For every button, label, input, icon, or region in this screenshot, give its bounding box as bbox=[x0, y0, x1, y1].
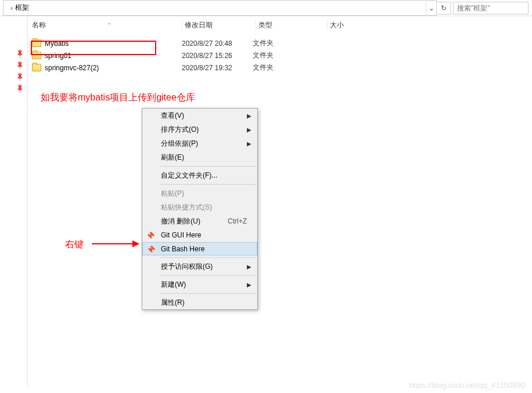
menu-paste: 粘贴(P) bbox=[142, 186, 257, 200]
chevron-right-icon: ▶ bbox=[247, 113, 251, 119]
menu-git-gui[interactable]: Git GUI Here bbox=[142, 228, 257, 242]
file-name: Mybatis bbox=[45, 39, 182, 48]
chevron-down-icon[interactable]: ⌄ bbox=[426, 2, 436, 15]
file-row[interactable]: Mybatis 2020/8/27 20:48 文件夹 bbox=[32, 37, 532, 49]
menu-properties[interactable]: 属性(R) bbox=[142, 295, 257, 309]
folder-icon bbox=[32, 52, 41, 59]
svg-point-2 bbox=[152, 236, 153, 237]
svg-point-4 bbox=[150, 247, 152, 248]
columns-header: 名称⌃ 修改日期 类型 大小 bbox=[0, 16, 532, 34]
menu-separator bbox=[160, 166, 257, 167]
menu-custom-folder[interactable]: 自定义文件夹(F)... bbox=[142, 168, 257, 182]
menu-refresh[interactable]: 刷新(E) bbox=[142, 150, 257, 164]
menu-undo[interactable]: 撤消 删除(U) Ctrl+Z bbox=[142, 214, 257, 228]
breadcrumb-folder[interactable]: 框架 bbox=[15, 3, 29, 13]
menu-paste-shortcut: 粘贴快捷方式(S) bbox=[142, 200, 257, 214]
shortcut-label: Ctrl+Z bbox=[228, 217, 247, 225]
pin-icon[interactable]: 📌 bbox=[15, 71, 26, 83]
file-list: Mybatis 2020/8/27 20:48 文件夹 spring01 202… bbox=[0, 34, 532, 74]
sort-icon: ⌃ bbox=[107, 22, 112, 28]
arrow-icon bbox=[92, 243, 138, 244]
annotation-text: 如我要将mybatis项目上传到gitee仓库 bbox=[41, 92, 195, 104]
watermark: https://blog.csdn.net/qq_41150890 bbox=[409, 381, 526, 390]
svg-point-5 bbox=[152, 249, 154, 251]
chevron-right-icon: ▶ bbox=[247, 140, 251, 147]
file-date: 2020/8/27 19:32 bbox=[182, 64, 253, 72]
file-type: 文件夹 bbox=[253, 38, 321, 48]
refresh-button[interactable]: ↻ bbox=[437, 2, 451, 15]
menu-group[interactable]: 分组依据(P) ▶ bbox=[142, 136, 257, 150]
menu-separator bbox=[160, 275, 257, 276]
column-date[interactable]: 修改日期 bbox=[185, 20, 256, 30]
column-type[interactable]: 类型 bbox=[258, 20, 327, 30]
menu-git-bash[interactable]: Git Bash Here bbox=[142, 242, 257, 255]
menu-sort[interactable]: 排序方式(O) ▶ bbox=[142, 122, 257, 136]
file-date: 2020/8/27 20:48 bbox=[182, 39, 253, 48]
file-name: spring01 bbox=[45, 52, 182, 60]
quick-access-panel: 📌 📌 📌 📌 bbox=[0, 16, 28, 388]
git-icon bbox=[148, 245, 156, 253]
annotation-text: 右键 bbox=[65, 239, 84, 251]
file-type: 文件夹 bbox=[253, 63, 321, 73]
context-menu: 查看(V) ▶ 排序方式(O) ▶ 分组依据(P) ▶ 刷新(E) 自定义文件夹… bbox=[142, 108, 258, 310]
pin-icon[interactable]: 📌 bbox=[15, 60, 26, 71]
chevron-right-icon: ▶ bbox=[247, 127, 251, 133]
file-row[interactable]: spring01 2020/8/27 15:26 文件夹 bbox=[32, 49, 532, 62]
folder-icon bbox=[32, 64, 41, 71]
svg-point-1 bbox=[149, 233, 151, 235]
svg-marker-3 bbox=[148, 246, 155, 253]
file-name: springmvc-827(2) bbox=[45, 64, 182, 72]
breadcrumb-separator: › bbox=[10, 4, 13, 12]
file-row[interactable]: springmvc-827(2) 2020/8/27 19:32 文件夹 bbox=[32, 62, 532, 74]
chevron-right-icon: ▶ bbox=[247, 264, 251, 270]
pin-icon[interactable]: 📌 bbox=[15, 48, 26, 60]
address-bar: › 框架 ⌄ ↻ bbox=[0, 0, 532, 16]
menu-separator bbox=[160, 257, 257, 258]
refresh-icon: ↻ bbox=[441, 4, 447, 12]
chevron-right-icon: ▶ bbox=[247, 282, 251, 288]
menu-new[interactable]: 新建(W) ▶ bbox=[142, 277, 257, 291]
search-input[interactable] bbox=[457, 4, 528, 12]
breadcrumb[interactable]: › 框架 ⌄ bbox=[3, 0, 437, 16]
file-date: 2020/8/27 15:26 bbox=[182, 52, 253, 60]
column-size[interactable]: 大小 bbox=[330, 20, 376, 30]
column-name[interactable]: 名称⌃ bbox=[32, 20, 182, 30]
menu-grant-access[interactable]: 授予访问权限(G) ▶ bbox=[142, 259, 257, 273]
svg-marker-0 bbox=[148, 232, 154, 239]
git-icon bbox=[147, 231, 155, 239]
menu-separator bbox=[160, 184, 257, 185]
file-type: 文件夹 bbox=[253, 51, 321, 60]
search-box[interactable] bbox=[453, 2, 529, 15]
menu-view[interactable]: 查看(V) ▶ bbox=[142, 109, 257, 122]
pin-icon[interactable]: 📌 bbox=[15, 83, 26, 95]
menu-separator bbox=[160, 293, 257, 294]
folder-icon bbox=[32, 39, 41, 47]
